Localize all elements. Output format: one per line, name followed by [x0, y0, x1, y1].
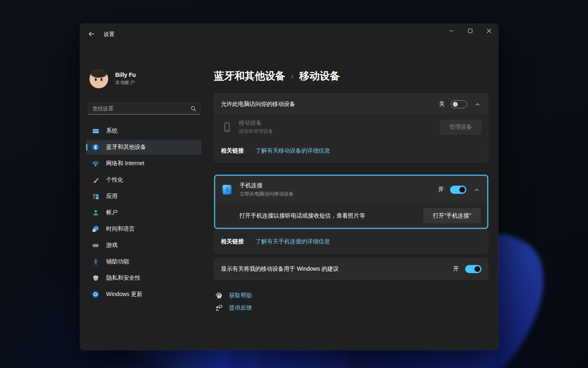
- help-icon: ?: [215, 292, 223, 300]
- open-phone-link-button[interactable]: 打开"手机连接": [423, 209, 481, 223]
- window-controls: [442, 24, 498, 38]
- breadcrumb-current: 移动设备: [299, 69, 340, 83]
- sidebar-item-network[interactable]: 网络和 Internet: [86, 156, 201, 171]
- search-box[interactable]: [88, 103, 200, 114]
- breadcrumb: 蓝牙和其他设备 › 移动设备: [214, 69, 488, 83]
- sidebar-item-personalization[interactable]: 个性化: [86, 173, 201, 187]
- gaming-icon: [91, 241, 100, 249]
- sidebar-item-accounts[interactable]: 帐户: [86, 205, 201, 220]
- search-input[interactable]: [88, 103, 182, 114]
- phone-link-icon: [222, 184, 232, 195]
- search-icon: [190, 105, 197, 114]
- sidebar-item-label: 应用: [106, 193, 118, 200]
- suggestions-card: 显示有关将我的移动设备用于 Windows 的建议 开: [214, 258, 488, 280]
- apps-icon: [91, 192, 100, 200]
- maximize-button[interactable]: [461, 24, 479, 38]
- back-arrow-icon: [88, 31, 95, 37]
- open-phone-link-row: 打开手机连接以接听电话或接收短信，查看照片等 打开"手机连接": [215, 204, 487, 228]
- mobile-device-icon: [221, 122, 232, 132]
- allow-access-toggle-label: 关: [439, 101, 445, 108]
- sidebar-item-system[interactable]: 系统: [86, 123, 201, 138]
- give-feedback-label: 提供反馈: [229, 304, 252, 312]
- allow-access-card: 允许此电脑访问你的移动设备 关: [214, 93, 488, 162]
- avatar: [89, 70, 108, 88]
- related-links-row: 相关链接 了解有关手机连接的详细信息: [214, 230, 488, 253]
- breadcrumb-parent[interactable]: 蓝牙和其他设备: [214, 69, 285, 83]
- sidebar: Billy Fu 本地帐户 系统: [80, 43, 214, 350]
- toggle-knob: [474, 266, 480, 272]
- mobile-devices-info-link[interactable]: 了解有关移动设备的详细信息: [256, 147, 330, 155]
- windows-update-icon: [91, 290, 100, 298]
- sidebar-item-label: Windows 更新: [106, 291, 143, 298]
- close-icon: [487, 29, 491, 33]
- maximize-icon: [468, 29, 472, 33]
- toggle-knob: [453, 102, 458, 107]
- sidebar-item-label: 蓝牙和其他设备: [106, 144, 146, 151]
- suggestions-toggle[interactable]: [465, 265, 481, 273]
- phone-link-desc: 立即从电脑访问移动设备: [240, 191, 294, 197]
- give-feedback-link[interactable]: 提供反馈: [215, 304, 252, 312]
- sidebar-item-apps[interactable]: 应用: [86, 189, 201, 204]
- personalization-icon: [91, 176, 100, 184]
- related-links-label: 相关链接: [221, 147, 244, 155]
- sidebar-item-label: 隐私和安全性: [106, 274, 140, 282]
- suggestions-toggle-label: 开: [453, 265, 459, 273]
- chevron-up-icon[interactable]: [472, 186, 481, 194]
- minimize-icon: [449, 29, 454, 33]
- main-content: 蓝牙和其他设备 › 移动设备 允许此电脑访问你的移动设备 关: [214, 43, 498, 350]
- get-help-link[interactable]: ? 获取帮助: [215, 292, 252, 300]
- phone-link-row: 手机连接 立即从电脑访问移动设备 开: [215, 176, 487, 204]
- sidebar-item-windows-update[interactable]: Windows 更新: [86, 287, 201, 302]
- sidebar-item-label: 游戏: [106, 242, 118, 249]
- app-title: 设置: [104, 31, 114, 38]
- sidebar-item-bluetooth-devices[interactable]: 蓝牙和其他设备: [86, 140, 201, 155]
- get-help-label: 获取帮助: [229, 292, 252, 299]
- settings-nav: 系统 蓝牙和其他设备 网络和 Internet: [86, 123, 201, 303]
- sidebar-item-label: 网络和 Internet: [106, 160, 144, 167]
- footer-links: ? 获取帮助 提供反馈: [214, 292, 488, 312]
- allow-access-row: 允许此电脑访问你的移动设备 关: [214, 94, 488, 115]
- breadcrumb-separator-icon: ›: [291, 71, 294, 81]
- sidebar-item-gaming[interactable]: 游戏: [86, 238, 201, 253]
- phone-link-toggle[interactable]: [450, 186, 466, 194]
- privacy-icon: [91, 274, 100, 282]
- sidebar-item-privacy-security[interactable]: 隐私和安全性: [86, 271, 201, 285]
- profile-name: Billy Fu: [115, 72, 136, 78]
- sidebar-item-label: 时间和语言: [106, 225, 135, 233]
- sidebar-item-label: 帐户: [106, 209, 118, 216]
- title-bar: 设置: [80, 24, 498, 43]
- phone-link-title: 手机连接: [240, 182, 294, 189]
- mobile-devices-desc: 添加和管理设备: [239, 128, 273, 135]
- allow-access-title: 允许此电脑访问你的移动设备: [221, 101, 295, 108]
- accounts-icon: [91, 209, 100, 217]
- suggestions-row: 显示有关将我的移动设备用于 Windows 的建议 开: [214, 258, 488, 280]
- feedback-icon: [215, 304, 223, 312]
- network-icon: [91, 159, 100, 168]
- phone-link-card: 手机连接 立即从电脑访问移动设备 开 打开手机连接以接听电话或接收短信，查: [214, 175, 488, 229]
- phone-link-toggle-label: 开: [438, 186, 444, 193]
- user-profile[interactable]: Billy Fu 本地帐户: [89, 70, 136, 88]
- related-links-row: 相关链接 了解有关移动设备的详细信息: [214, 139, 488, 162]
- allow-access-toggle[interactable]: [451, 100, 467, 108]
- toggle-knob: [459, 187, 465, 193]
- minimize-button[interactable]: [442, 24, 461, 38]
- phone-link-info-link[interactable]: 了解有关手机连接的详细信息: [256, 238, 330, 245]
- svg-text:?: ?: [218, 294, 220, 298]
- sidebar-item-time-language[interactable]: 时间和语言: [86, 222, 201, 236]
- settings-window: 设置 Billy Fu 本地帐户: [80, 24, 498, 350]
- system-icon: [91, 127, 100, 135]
- sidebar-item-label: 辅助功能: [106, 258, 129, 265]
- manage-devices-button[interactable]: 管理设备: [440, 120, 481, 135]
- bluetooth-icon: [91, 143, 100, 151]
- sidebar-item-label: 系统: [106, 127, 118, 135]
- close-button[interactable]: [479, 24, 498, 38]
- selection-indicator: [86, 144, 87, 150]
- back-button[interactable]: [84, 28, 98, 40]
- mobile-devices-row: 移动设备 添加和管理设备 管理设备: [214, 115, 488, 139]
- open-phone-link-text: 打开手机连接以接听电话或接收短信，查看照片等: [239, 212, 365, 220]
- chevron-up-icon[interactable]: [473, 100, 481, 108]
- accessibility-icon: [91, 258, 100, 266]
- mobile-devices-title: 移动设备: [239, 119, 273, 127]
- sidebar-item-accessibility[interactable]: 辅助功能: [86, 254, 201, 269]
- time-language-icon: [91, 225, 100, 233]
